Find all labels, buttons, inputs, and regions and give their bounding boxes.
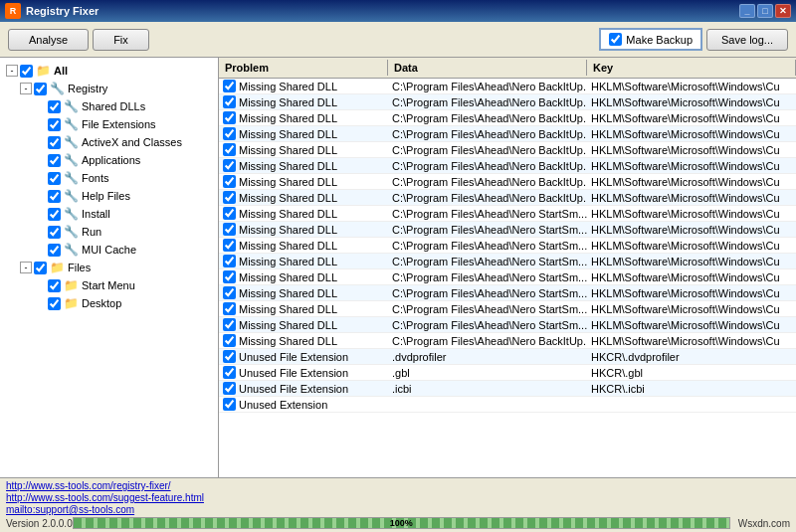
tree-item-registry[interactable]: - 🔧 Registry <box>2 80 216 97</box>
table-row[interactable]: Missing Shared DLL C:\Program Files\Ahea… <box>219 126 796 142</box>
table-row[interactable]: Unused File Extension .dvdprofiler HKCR\… <box>219 349 796 365</box>
row-checkbox[interactable] <box>223 398 236 411</box>
table-row[interactable]: Missing Shared DLL C:\Program Files\Ahea… <box>219 174 796 190</box>
cb-desktop[interactable] <box>48 297 61 310</box>
cb-activex[interactable] <box>48 136 61 149</box>
tree-item-all[interactable]: - 📁 All <box>2 62 216 80</box>
table-row[interactable]: Missing Shared DLL C:\Program Files\Ahea… <box>219 142 796 158</box>
table-row[interactable]: Missing Shared DLL C:\Program Files\Ahea… <box>219 190 796 206</box>
row-checkbox[interactable] <box>223 207 236 220</box>
table-row[interactable]: Missing Shared DLL C:\Program Files\Ahea… <box>219 254 796 269</box>
row-checkbox[interactable] <box>223 318 236 331</box>
row-checkbox[interactable] <box>223 302 236 315</box>
table-row[interactable]: Unused File Extension .gbl HKCR\.gbl <box>219 365 796 381</box>
make-backup-checkbox[interactable] <box>609 33 622 46</box>
tree-item-desktop[interactable]: 📁 Desktop <box>2 294 216 312</box>
cb-file-extensions[interactable] <box>48 118 61 131</box>
row-key: HKLM\Software\Microsoft\Windows\Cu <box>587 159 796 173</box>
expand-all[interactable]: - <box>6 65 18 77</box>
expand-files[interactable]: - <box>20 262 32 273</box>
row-checkbox[interactable] <box>223 143 236 156</box>
table-row[interactable]: Missing Shared DLL C:\Program Files\Ahea… <box>219 110 796 126</box>
row-checkbox[interactable] <box>223 366 236 379</box>
row-checkbox[interactable] <box>223 111 236 124</box>
table-body[interactable]: Missing Shared DLL C:\Program Files\Ahea… <box>219 79 796 477</box>
tree-item-file-extensions[interactable]: 🔧 File Extensions <box>2 115 216 133</box>
row-problem: Missing Shared DLL <box>219 222 388 237</box>
cb-help-files[interactable] <box>48 190 61 203</box>
table-row[interactable]: Missing Shared DLL C:\Program Files\Ahea… <box>219 301 796 317</box>
row-checkbox[interactable] <box>223 255 236 267</box>
tree-item-fonts[interactable]: 🔧 Fonts <box>2 169 216 187</box>
mui-cache-icon: 🔧 <box>63 242 79 258</box>
table-row[interactable]: Missing Shared DLL C:\Program Files\Ahea… <box>219 285 796 301</box>
row-checkbox[interactable] <box>223 239 236 252</box>
cb-shared-dlls[interactable] <box>48 100 61 113</box>
make-backup-label: Make Backup <box>626 34 693 46</box>
row-checkbox[interactable] <box>223 95 236 108</box>
tree-item-install[interactable]: 🔧 Install <box>2 205 216 223</box>
cb-registry[interactable] <box>34 83 47 95</box>
row-data: C:\Program Files\Ahead\Nero BackItUp... <box>388 95 587 109</box>
analyse-button[interactable]: Analyse <box>8 29 89 51</box>
table-row[interactable]: Missing Shared DLL C:\Program Files\Ahea… <box>219 158 796 174</box>
row-checkbox[interactable] <box>223 350 236 363</box>
content-area: - 📁 All - 🔧 Registry 🔧 Shared DLLs <box>0 58 796 477</box>
cb-run[interactable] <box>48 226 61 239</box>
cb-install[interactable] <box>48 208 61 221</box>
row-checkbox[interactable] <box>223 334 236 347</box>
row-problem: Missing Shared DLL <box>219 79 388 93</box>
table-row[interactable]: Missing Shared DLL C:\Program Files\Ahea… <box>219 238 796 254</box>
link-support-email[interactable]: mailto:support@ss-tools.com <box>6 504 790 515</box>
table-row[interactable]: Missing Shared DLL C:\Program Files\Ahea… <box>219 317 796 333</box>
save-log-button[interactable]: Save log... <box>706 29 788 51</box>
row-checkbox[interactable] <box>223 223 236 236</box>
cb-files[interactable] <box>34 262 47 274</box>
fix-button[interactable]: Fix <box>93 29 149 51</box>
cb-mui-cache[interactable] <box>48 244 61 257</box>
table-row[interactable]: Unused File Extension .icbi HKCR\.icbi <box>219 381 796 397</box>
table-row[interactable]: Missing Shared DLL C:\Program Files\Ahea… <box>219 79 796 94</box>
tree-item-mui-cache[interactable]: 🔧 MUI Cache <box>2 241 216 259</box>
maximize-button[interactable]: □ <box>757 4 773 18</box>
row-data: C:\Program Files\Ahead\Nero BackItUp... <box>388 80 587 93</box>
minimize-button[interactable]: _ <box>739 4 755 18</box>
cb-applications[interactable] <box>48 154 61 167</box>
tree-item-run[interactable]: 🔧 Run <box>2 223 216 241</box>
table-row[interactable]: Missing Shared DLL C:\Program Files\Ahea… <box>219 94 796 110</box>
row-problem: Unused File Extension <box>219 365 388 380</box>
close-button[interactable]: ✕ <box>775 4 791 18</box>
row-checkbox[interactable] <box>223 80 236 92</box>
row-checkbox[interactable] <box>223 175 236 188</box>
row-checkbox[interactable] <box>223 191 236 204</box>
tree-item-applications[interactable]: 🔧 Applications <box>2 151 216 169</box>
row-checkbox[interactable] <box>223 127 236 140</box>
run-icon: 🔧 <box>63 224 79 240</box>
row-problem: Missing Shared DLL <box>219 333 388 348</box>
tree-item-start-menu[interactable]: 📁 Start Menu <box>2 276 216 294</box>
mui-cache-label: MUI Cache <box>82 244 136 256</box>
table-row[interactable]: Missing Shared DLL C:\Program Files\Ahea… <box>219 206 796 222</box>
cb-start-menu[interactable] <box>48 279 61 292</box>
table-row[interactable]: Unused Extension <box>219 397 796 413</box>
row-checkbox[interactable] <box>223 382 236 395</box>
link-registry-fixer[interactable]: http://www.ss-tools.com/registry-fixer/ <box>6 480 790 491</box>
row-checkbox[interactable] <box>223 270 236 283</box>
cb-all[interactable] <box>20 65 33 78</box>
table-row[interactable]: Missing Shared DLL C:\Program Files\Ahea… <box>219 222 796 238</box>
row-problem: Missing Shared DLL <box>219 174 388 189</box>
row-problem: Missing Shared DLL <box>219 301 388 316</box>
tree-item-help-files[interactable]: 🔧 Help Files <box>2 187 216 205</box>
table-row[interactable]: Missing Shared DLL C:\Program Files\Ahea… <box>219 269 796 285</box>
row-checkbox[interactable] <box>223 286 236 299</box>
tree-item-activex[interactable]: 🔧 ActiveX and Classes <box>2 133 216 151</box>
app-icon: R <box>5 3 21 19</box>
cb-fonts[interactable] <box>48 172 61 185</box>
tree-item-shared-dlls[interactable]: 🔧 Shared DLLs <box>2 97 216 115</box>
expand-registry[interactable]: - <box>20 83 32 94</box>
table-row[interactable]: Missing Shared DLL C:\Program Files\Ahea… <box>219 333 796 349</box>
tree-item-files[interactable]: - 📁 Files <box>2 259 216 276</box>
row-checkbox[interactable] <box>223 159 236 172</box>
registry-label: Registry <box>68 83 107 94</box>
link-suggest-feature[interactable]: http://www.ss-tools.com/suggest-feature.… <box>6 492 790 503</box>
